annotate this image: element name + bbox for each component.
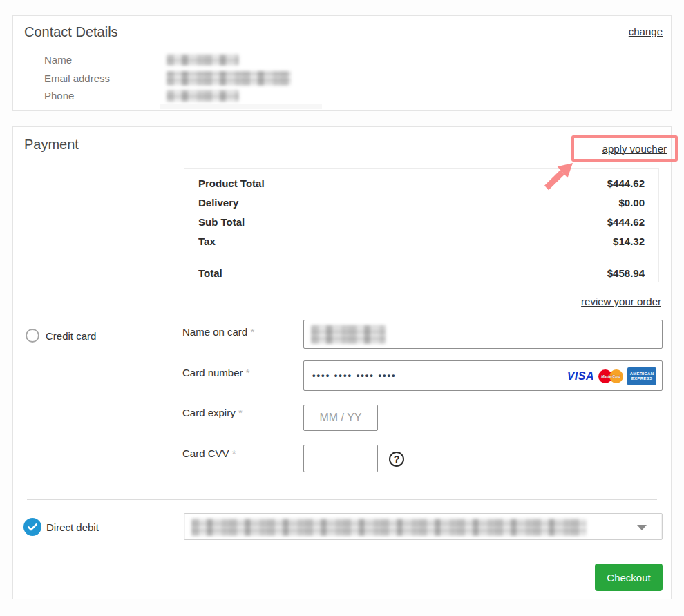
name-on-card-label: Name on card * [182, 326, 254, 338]
summary-row-sub-total: Sub Total $444.62 [198, 212, 645, 231]
name-on-card-label-text: Name on card [182, 326, 247, 338]
card-cvv-label: Card CVV * [182, 447, 236, 459]
annotation-arrow-icon [538, 160, 577, 192]
required-asterisk: * [238, 407, 243, 418]
cvv-help-icon[interactable]: ? [389, 452, 404, 467]
total-label: Total [198, 267, 222, 279]
contact-row-email: Email address [44, 71, 291, 86]
apply-voucher-link[interactable]: apply voucher [602, 143, 667, 155]
amex-word-1: AMERICAN [630, 372, 654, 376]
card-cvv-label-text: Card CVV [182, 447, 229, 459]
accepted-cards-icons: VISA MasterCard AMERICAN EXPRESS [567, 361, 656, 392]
order-summary-table: Product Total $444.62 Delivery $0.00 Sub… [184, 168, 659, 282]
summary-label: Tax [198, 235, 216, 247]
contact-row-phone: Phone [44, 90, 239, 102]
card-number-label-text: Card number [182, 367, 243, 378]
card-expiry-label-text: Card expiry [182, 407, 236, 418]
contact-details-title: Contact Details [24, 24, 118, 40]
summary-value: $444.62 [607, 177, 645, 189]
change-link[interactable]: change [629, 26, 663, 37]
card-number-input[interactable]: •••• •••• •••• •••• VISA MasterCard AMER… [303, 360, 663, 391]
redacted-faint-strip [160, 104, 322, 109]
contact-row-name: Name [44, 54, 239, 66]
redacted-phone-value [167, 90, 239, 102]
amex-icon: AMERICAN EXPRESS [627, 367, 656, 385]
summary-row-delivery: Delivery $0.00 [198, 193, 645, 212]
credit-card-option-label: Credit card [46, 330, 96, 342]
summary-value: $14.32 [613, 235, 645, 247]
card-expiry-input[interactable]: MM / YY [303, 405, 378, 431]
summary-row-product-total: Product Total $444.62 [198, 173, 645, 193]
contact-details-card: Contact Details change Name Email addres… [12, 15, 672, 111]
redacted-account-value [191, 519, 587, 536]
card-expiry-placeholder: MM / YY [304, 405, 377, 430]
amex-word-2: EXPRESS [631, 376, 652, 381]
summary-row-tax: Tax $14.32 [198, 231, 645, 251]
review-your-order-link[interactable]: review your order [581, 296, 661, 307]
summary-row-total: Total $458.94 [198, 256, 645, 282]
direct-debit-radio[interactable] [23, 518, 41, 536]
summary-label: Sub Total [198, 216, 245, 228]
card-number-label: Card number * [182, 367, 250, 378]
name-on-card-input[interactable] [303, 320, 663, 349]
check-icon [28, 523, 37, 531]
payment-title: Payment [24, 137, 79, 153]
summary-label: Product Total [198, 177, 265, 189]
redacted-name-value [167, 55, 239, 66]
summary-value: $0.00 [618, 197, 645, 209]
summary-label: Delivery [198, 197, 238, 209]
required-asterisk: * [232, 447, 236, 459]
mastercard-icon: MasterCard [598, 368, 623, 385]
summary-value: $444.62 [607, 216, 645, 228]
card-cvv-input[interactable] [303, 445, 378, 472]
chevron-down-icon [637, 525, 647, 530]
direct-debit-account-select[interactable] [184, 513, 663, 540]
phone-label: Phone [44, 90, 167, 102]
total-value: $458.94 [607, 267, 645, 279]
direct-debit-option-label: Direct debit [46, 521, 99, 533]
name-label: Name [44, 54, 167, 66]
mastercard-wordmark: MasterCard [598, 374, 623, 378]
payment-methods-divider [27, 499, 657, 500]
email-label: Email address [44, 73, 167, 84]
redacted-email-value [167, 71, 291, 86]
credit-card-radio[interactable] [26, 329, 39, 343]
apply-voucher-highlight-box: apply voucher [571, 135, 678, 162]
card-expiry-label: Card expiry * [182, 407, 243, 418]
checkout-button[interactable]: Checkout [595, 564, 663, 591]
required-asterisk: * [246, 367, 250, 378]
redacted-cardholder-name [311, 325, 386, 344]
required-asterisk: * [250, 326, 254, 338]
payment-card: Payment Product Total $444.62 Delivery $… [12, 126, 672, 599]
visa-icon: VISA [567, 370, 594, 383]
